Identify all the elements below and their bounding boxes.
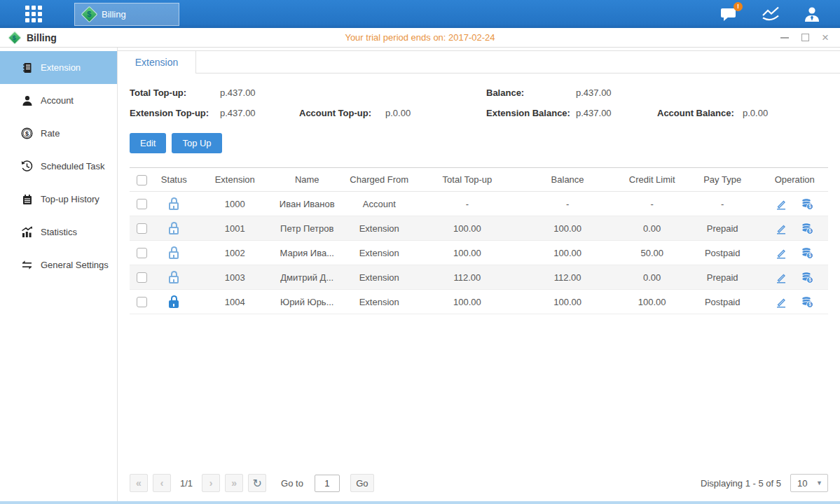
tab-strip: Extension (118, 50, 840, 74)
row-checkbox[interactable] (137, 199, 147, 209)
messages-icon[interactable]: ! (720, 6, 738, 22)
top-up-row-icon[interactable]: $ (801, 296, 813, 308)
refresh-icon[interactable]: ↻ (248, 474, 266, 492)
top-up-row-icon[interactable]: $ (801, 198, 813, 210)
row-checkbox[interactable] (137, 297, 147, 307)
sidebar-item-scheduled-task[interactable]: Scheduled Task (0, 150, 117, 183)
extensions-table: Status Extension Name Charged From Total… (130, 167, 828, 314)
col-pay-type: Pay Type (684, 168, 762, 192)
goto-page-input[interactable] (315, 475, 340, 492)
pay-type-cell: Postpaid (684, 241, 762, 265)
top-up-row-icon[interactable]: $ (801, 272, 813, 284)
name-cell: Петр Петров (275, 216, 338, 241)
extension-cell: 1002 (194, 241, 275, 265)
top-up-row-icon[interactable]: $ (801, 223, 813, 234)
table-row[interactable]: 1001 Петр Петров Extension 100.00 100.00… (130, 216, 828, 241)
edit-row-icon[interactable] (776, 272, 787, 284)
row-checkbox[interactable] (137, 223, 147, 234)
name-cell: Мария Ива... (275, 241, 338, 265)
last-page-button[interactable]: » (225, 474, 243, 492)
table-row[interactable]: 1004 Юрий Юрь... Extension 100.00 100.00… (130, 290, 828, 314)
total-topup-cell: - (420, 192, 515, 216)
select-all-checkbox[interactable] (137, 175, 147, 186)
billing-app-window: $ Billing ! (0, 0, 840, 504)
edit-row-icon[interactable] (776, 223, 787, 234)
top-up-row-icon[interactable]: $ (801, 247, 813, 259)
displaying-text: Displaying 1 - 5 of 5 (701, 478, 781, 489)
col-charged-from: Charged From (338, 168, 420, 192)
close-icon[interactable]: × (820, 33, 830, 43)
svg-text:$: $ (808, 253, 811, 258)
go-button[interactable]: Go (350, 474, 374, 492)
sidebar-item-topup-history[interactable]: Top-up History (0, 183, 117, 216)
toolbar: Edit Top Up (130, 133, 828, 153)
extension-cell: 1001 (194, 216, 275, 241)
taskbar-icons: ! (720, 6, 820, 22)
charged-from-cell: Extension (338, 265, 420, 290)
table-header-row: Status Extension Name Charged From Total… (130, 168, 828, 192)
next-page-button[interactable]: › (202, 474, 220, 492)
top-up-button[interactable]: Top Up (172, 133, 221, 153)
table-row[interactable]: 1000 Иван Иванов Account - - - - $ (130, 192, 828, 216)
taskbar-tab-billing[interactable]: $ Billing (74, 3, 179, 26)
bar-chart-icon (21, 226, 33, 238)
content-area: Extension Account $ (0, 48, 840, 501)
taskbar-tab-label: Billing (102, 9, 126, 20)
sidebar: Extension Account $ (0, 48, 118, 501)
window-controls: × (780, 33, 830, 43)
edit-row-icon[interactable] (776, 247, 787, 259)
charged-from-cell: Extension (338, 241, 420, 265)
table-row[interactable]: 1002 Мария Ива... Extension 100.00 100.0… (130, 241, 828, 265)
edit-row-icon[interactable] (776, 198, 787, 210)
sliders-icon (21, 259, 33, 271)
total-topup-cell: 100.00 (420, 241, 515, 265)
charged-from-cell: Extension (338, 290, 420, 314)
page-size-value: 10 (791, 478, 807, 489)
charged-from-cell: Extension (338, 216, 420, 241)
balance-value: p.437.00 (576, 88, 657, 98)
total-topup-cell: 112.00 (420, 265, 515, 290)
total-topup-value: p.437.00 (220, 88, 299, 98)
first-page-button[interactable]: « (130, 474, 148, 492)
svg-text:$: $ (808, 204, 811, 209)
balance-cell: 100.00 (515, 290, 621, 314)
maximize-icon[interactable] (800, 33, 810, 43)
extension-book-icon (21, 62, 33, 74)
svg-text:$: $ (25, 130, 29, 137)
row-checkbox[interactable] (137, 248, 147, 258)
minimize-icon[interactable] (780, 33, 790, 43)
edit-row-icon[interactable] (776, 296, 787, 308)
edit-button[interactable]: Edit (130, 133, 166, 153)
row-checkbox[interactable] (137, 272, 147, 283)
prev-page-button[interactable]: ‹ (153, 474, 171, 492)
sidebar-item-general-settings[interactable]: General Settings (0, 248, 117, 281)
page-size-select[interactable]: 10 ▼ (790, 474, 828, 492)
page-indicator: 1/1 (180, 478, 193, 489)
resource-monitor-icon[interactable] (762, 6, 780, 22)
sidebar-item-account[interactable]: Account (0, 84, 117, 117)
total-topup-cell: 100.00 (420, 290, 515, 314)
sidebar-item-extension[interactable]: Extension (0, 51, 117, 84)
tab-extension[interactable]: Extension (118, 51, 196, 74)
table-row[interactable]: 1003 Дмитрий Д... Extension 112.00 112.0… (130, 265, 828, 290)
credit-limit-cell: 100.00 (620, 290, 683, 314)
goto-label: Go to (281, 478, 303, 489)
user-icon[interactable] (804, 6, 820, 22)
chevron-down-icon: ▼ (816, 479, 822, 486)
account-balance-value: p.0.00 (743, 108, 828, 118)
extension-topup-value: p.437.00 (220, 108, 299, 118)
col-credit-limit: Credit Limit (620, 168, 683, 192)
dollar-circle-icon: $ (21, 127, 33, 139)
sidebar-item-statistics[interactable]: Statistics (0, 216, 117, 248)
account-person-icon (21, 94, 33, 106)
sidebar-item-label: Extension (41, 62, 81, 73)
svg-text:$: $ (808, 228, 811, 234)
col-extension: Extension (194, 168, 275, 192)
sidebar-item-rate[interactable]: $ Rate (0, 117, 117, 150)
extension-cell: 1003 (194, 265, 275, 290)
history-clock-icon (21, 160, 33, 172)
pay-type-cell: Postpaid (684, 290, 762, 314)
col-total-topup: Total Top-up (420, 168, 515, 192)
balance-label: Balance: (486, 88, 576, 98)
app-launcher-icon[interactable] (25, 6, 42, 22)
